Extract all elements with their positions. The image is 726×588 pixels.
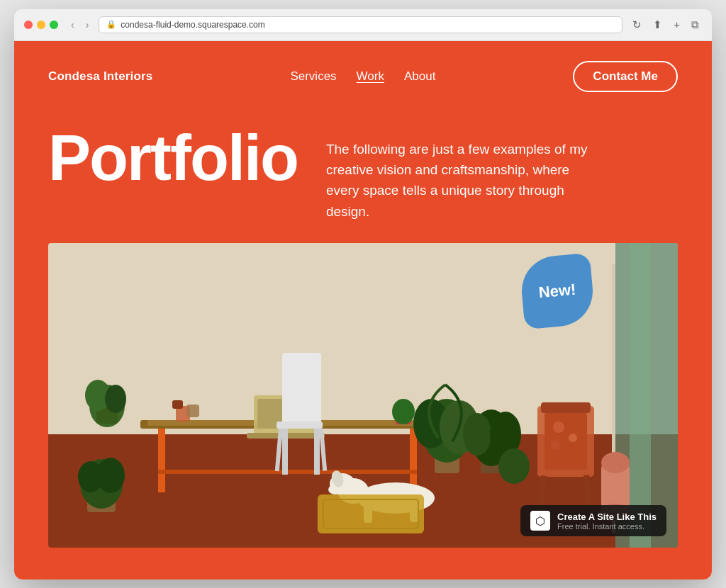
back-button[interactable]: ‹ — [68, 18, 77, 32]
svg-rect-13 — [282, 353, 321, 424]
hero-description: The following are just a few examples of… — [326, 126, 588, 222]
maximize-button[interactable] — [50, 21, 58, 29]
traffic-lights — [24, 21, 58, 29]
squarespace-sub-text: Free trial. Instant access. — [557, 522, 657, 531]
svg-point-44 — [601, 452, 630, 473]
svg-point-39 — [569, 434, 577, 442]
nav-about[interactable]: About — [404, 69, 435, 84]
contact-cta-button[interactable]: Contact Me — [573, 61, 678, 92]
svg-point-22 — [105, 385, 126, 413]
tabs-button[interactable]: ⧉ — [688, 17, 702, 33]
new-badge-label: New! — [538, 281, 577, 302]
website-content: Condesa Interiors Services Work About Co… — [14, 41, 712, 579]
svg-rect-16 — [314, 429, 320, 475]
forward-button[interactable]: › — [83, 18, 92, 32]
svg-rect-53 — [318, 494, 424, 533]
svg-rect-7 — [158, 429, 165, 492]
reload-button[interactable]: ↻ — [630, 17, 644, 33]
address-bar[interactable]: 🔒 condesa-fluid-demo.squarespace.com — [99, 16, 622, 33]
squarespace-badge[interactable]: ⬡ Create A Site Like This Free trial. In… — [520, 505, 666, 536]
nav-services[interactable]: Services — [290, 69, 336, 84]
svg-rect-36 — [541, 402, 591, 413]
hero-title: Portfolio — [48, 126, 298, 190]
svg-rect-3 — [630, 243, 651, 548]
browser-window: ‹ › 🔒 condesa-fluid-demo.squarespace.com… — [14, 9, 712, 579]
site-logo[interactable]: Condesa Interiors — [48, 69, 152, 84]
minimize-button[interactable] — [37, 21, 45, 29]
squarespace-icon: ⬡ — [530, 511, 550, 531]
squarespace-main-text: Create A Site Like This — [557, 511, 657, 522]
squarespace-text: Create A Site Like This Free trial. Inst… — [557, 511, 657, 531]
navigation: Condesa Interiors Services Work About Co… — [14, 41, 712, 112]
svg-rect-60 — [172, 400, 183, 409]
svg-point-24 — [392, 399, 415, 424]
svg-rect-14 — [277, 422, 323, 429]
svg-rect-8 — [410, 429, 417, 492]
svg-point-31 — [463, 413, 491, 456]
browser-actions: ↻ ⬆ + ⧉ — [630, 17, 702, 33]
hero-section: Portfolio The following are just a few e… — [14, 112, 712, 244]
svg-point-40 — [550, 440, 560, 450]
nav-work[interactable]: Work — [357, 69, 384, 84]
portfolio-image-section: New! ⬡ Create A Site Like This Free tria… — [48, 243, 678, 548]
url-text: condesa-fluid-demo.squarespace.com — [121, 20, 264, 30]
nav-links: Services Work About — [290, 69, 435, 84]
share-button[interactable]: ⬆ — [650, 17, 665, 33]
svg-rect-61 — [186, 405, 199, 417]
svg-rect-15 — [282, 429, 288, 475]
close-button[interactable] — [24, 21, 33, 29]
svg-rect-37 — [544, 413, 587, 470]
svg-point-58 — [96, 458, 125, 493]
svg-point-38 — [553, 422, 564, 433]
browser-nav-controls: ‹ › — [68, 18, 91, 32]
svg-point-34 — [498, 448, 530, 484]
new-tab-button[interactable]: + — [671, 17, 683, 32]
lock-icon: 🔒 — [106, 20, 116, 29]
browser-chrome: ‹ › 🔒 condesa-fluid-demo.squarespace.com… — [14, 9, 712, 41]
